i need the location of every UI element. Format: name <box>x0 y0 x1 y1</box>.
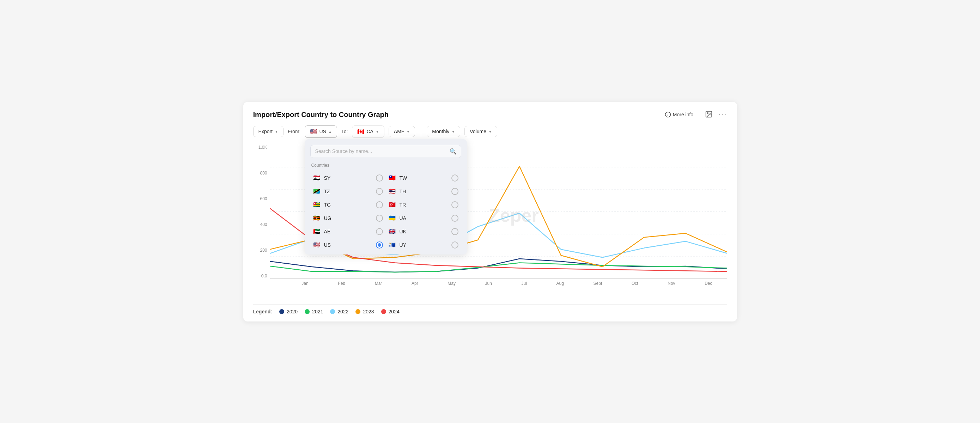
export-label: Export <box>258 129 273 134</box>
commodity-dropdown[interactable]: AMF ▼ <box>389 126 415 137</box>
country-code-tz: TZ <box>324 189 373 194</box>
radio-tz[interactable] <box>376 188 383 195</box>
radio-uy[interactable] <box>451 242 458 248</box>
export-dropdown[interactable]: Export ▼ <box>253 126 283 137</box>
flag-icon-tg: 🇹🇬 <box>313 202 321 207</box>
legend-item-2022: 2022 <box>330 309 348 315</box>
country-code-ug: UG <box>324 215 373 221</box>
radio-us[interactable] <box>376 242 383 248</box>
country-code-tw: TW <box>399 175 449 181</box>
to-value: CA <box>366 129 373 134</box>
country-item-tz[interactable]: 🇹🇿 TZ <box>310 185 386 198</box>
country-code-uy: UY <box>399 242 449 248</box>
legend-dot-2024 <box>381 309 386 314</box>
country-item-us[interactable]: 🇺🇸 US <box>310 238 386 252</box>
measure-dropdown[interactable]: Volume ▼ <box>465 126 497 137</box>
legend-dot-2020 <box>279 309 284 314</box>
countries-list: 🇸🇾 SY 🇹🇼 TW 🇹🇿 TZ 🇹🇭 TH 🇹🇬 TG 🇹🇷 TR 🇺🇬 U… <box>310 171 461 252</box>
country-code-tg: TG <box>324 202 373 208</box>
ca-flag-icon: 🇨🇦 <box>357 128 364 135</box>
country-item-tr[interactable]: 🇹🇷 TR <box>386 198 461 212</box>
frequency-chevron-icon: ▼ <box>451 130 455 134</box>
y-label: 400 <box>260 222 267 227</box>
radio-ug[interactable] <box>376 215 383 222</box>
flag-icon-ug: 🇺🇬 <box>313 215 321 221</box>
flag-icon-ae: 🇦🇪 <box>313 229 321 234</box>
legend-items: 2020 2021 2022 2023 2024 <box>279 309 399 315</box>
header-row: Import/Export Country to Country Graph M… <box>253 110 727 119</box>
legend-year-2021: 2021 <box>312 309 323 315</box>
y-label: 800 <box>260 171 267 175</box>
search-input[interactable] <box>315 148 450 154</box>
y-label: 200 <box>260 248 267 253</box>
export-chevron-icon: ▼ <box>275 130 278 134</box>
x-label: Jan <box>302 281 308 286</box>
x-axis: JanFebMarAprMayJunJulAugSeptOctNovDec <box>287 281 727 286</box>
radio-th[interactable] <box>451 188 458 195</box>
country-code-ae: AE <box>324 229 373 234</box>
country-item-uk[interactable]: 🇬🇧 UK <box>386 225 461 238</box>
header-actions: More info ··· <box>665 110 727 119</box>
measure-chevron-icon: ▼ <box>488 130 492 134</box>
us-flag-icon: 🇺🇸 <box>310 128 317 135</box>
country-code-tr: TR <box>399 202 449 208</box>
x-label: Jul <box>522 281 527 286</box>
frequency-dropdown[interactable]: Monthly ▼ <box>427 126 460 137</box>
radio-ua[interactable] <box>451 215 458 222</box>
x-label: Oct <box>632 281 638 286</box>
flag-icon-th: 🇹🇭 <box>389 189 396 194</box>
header-divider <box>699 111 699 118</box>
y-axis: 1.0K8006004002000.0 <box>253 145 270 279</box>
info-icon <box>665 111 671 118</box>
main-card: Import/Export Country to Country Graph M… <box>243 102 737 321</box>
legend-year-2022: 2022 <box>337 309 348 315</box>
search-icon: 🔍 <box>450 148 457 155</box>
to-chevron-icon: ▼ <box>375 130 379 134</box>
radio-uk[interactable] <box>451 228 458 235</box>
country-item-ua[interactable]: 🇺🇦 UA <box>386 212 461 225</box>
from-wrapper: 🇺🇸 US ▲ 🔍 Countries 🇸🇾 SY 🇹🇼 TW 🇹🇿 T <box>305 126 337 138</box>
radio-ae[interactable] <box>376 228 383 235</box>
image-icon[interactable] <box>705 110 713 119</box>
x-label: Aug <box>557 281 564 286</box>
flag-icon-sy: 🇸🇾 <box>313 175 321 180</box>
legend-year-2020: 2020 <box>287 309 298 315</box>
legend-row: Legend: 2020 2021 2022 2023 2024 <box>253 304 727 315</box>
search-box: 🔍 <box>310 145 461 158</box>
more-options-icon[interactable]: ··· <box>718 111 727 118</box>
radio-sy[interactable] <box>376 175 383 181</box>
country-item-sy[interactable]: 🇸🇾 SY <box>310 171 386 185</box>
country-item-ug[interactable]: 🇺🇬 UG <box>310 212 386 225</box>
legend-item-2024: 2024 <box>381 309 399 315</box>
x-label: Dec <box>705 281 712 286</box>
flag-icon-tw: 🇹🇼 <box>389 175 396 180</box>
flag-icon-us: 🇺🇸 <box>313 242 321 248</box>
more-info-label: More info <box>673 112 693 118</box>
country-code-uk: UK <box>399 229 449 234</box>
y-label: 600 <box>260 196 267 201</box>
flag-icon-tr: 🇹🇷 <box>389 202 396 207</box>
radio-tw[interactable] <box>451 175 458 181</box>
country-code-th: TH <box>399 189 449 194</box>
from-dropdown[interactable]: 🇺🇸 US ▲ <box>305 126 337 138</box>
controls-separator <box>421 126 421 137</box>
legend-item-2021: 2021 <box>305 309 323 315</box>
country-item-tg[interactable]: 🇹🇬 TG <box>310 198 386 212</box>
flag-icon-uy: 🇺🇾 <box>389 242 396 248</box>
page-title: Import/Export Country to Country Graph <box>253 111 389 119</box>
country-code-us: US <box>324 242 373 248</box>
country-item-th[interactable]: 🇹🇭 TH <box>386 185 461 198</box>
country-item-uy[interactable]: 🇺🇾 UY <box>386 238 461 252</box>
radio-tg[interactable] <box>376 201 383 208</box>
country-dropdown-panel: 🔍 Countries 🇸🇾 SY 🇹🇼 TW 🇹🇿 TZ 🇹🇭 TH 🇹🇬 T… <box>305 139 467 254</box>
country-item-tw[interactable]: 🇹🇼 TW <box>386 171 461 185</box>
country-code-ua: UA <box>399 215 449 221</box>
flag-icon-uk: 🇬🇧 <box>389 229 396 234</box>
country-item-ae[interactable]: 🇦🇪 AE <box>310 225 386 238</box>
legend-year-2024: 2024 <box>389 309 399 315</box>
measure-value: Volume <box>470 129 486 134</box>
radio-tr[interactable] <box>451 201 458 208</box>
more-info-button[interactable]: More info <box>665 111 693 118</box>
to-dropdown[interactable]: 🇨🇦 CA ▼ <box>352 126 384 138</box>
countries-grid: 🇸🇾 SY 🇹🇼 TW 🇹🇿 TZ 🇹🇭 TH 🇹🇬 TG 🇹🇷 TR 🇺🇬 U… <box>310 171 461 252</box>
